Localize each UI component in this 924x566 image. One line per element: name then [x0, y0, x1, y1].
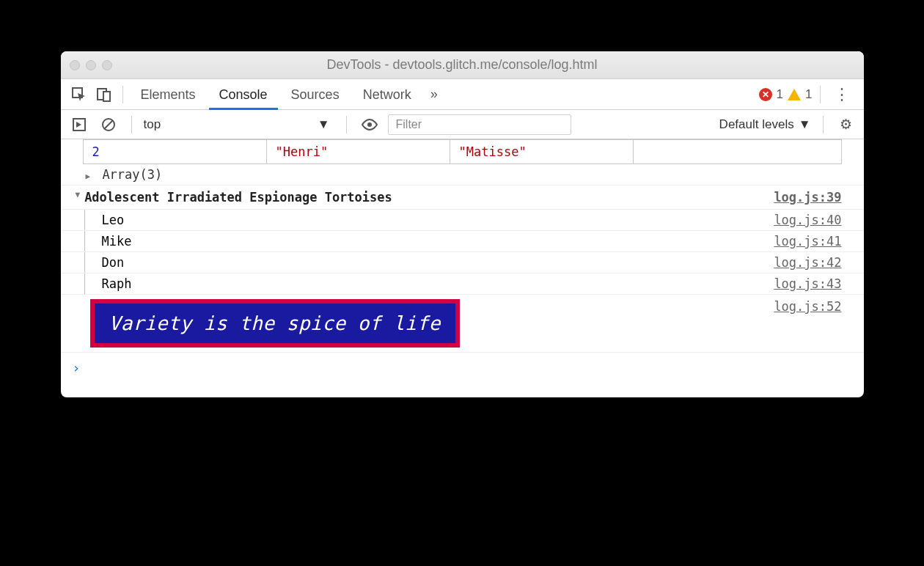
- console-group-item[interactable]: Mike log.js:41: [61, 231, 864, 252]
- group-title: Adolescent Irradiated Espionage Tortoise…: [84, 190, 392, 205]
- group-item-label: Don: [102, 255, 125, 270]
- group-item-label: Raph: [102, 276, 132, 291]
- main-tabs: Elements Console Sources Network » ✕ 1 1…: [61, 79, 864, 110]
- clear-console-icon[interactable]: [98, 114, 120, 136]
- error-warning-badges[interactable]: ✕ 1 1: [759, 87, 813, 102]
- device-toolbar-icon[interactable]: [93, 84, 115, 106]
- titlebar: DevTools - devtools.glitch.me/console/lo…: [61, 51, 864, 79]
- console-table-row[interactable]: 2 "Henri" "Matisse": [83, 139, 842, 164]
- context-selector[interactable]: top ▼: [144, 117, 334, 132]
- source-link[interactable]: log.js:40: [774, 213, 856, 227]
- table-cell-first: "Henri": [267, 140, 450, 163]
- array-label: Array(3): [102, 167, 162, 182]
- tab-console[interactable]: Console: [209, 79, 278, 110]
- source-link[interactable]: log.js:43: [774, 276, 856, 291]
- prompt-chevron-icon: ›: [73, 360, 81, 375]
- console-group-item[interactable]: Raph log.js:43: [61, 273, 864, 295]
- console-prompt[interactable]: ›: [61, 353, 864, 397]
- warning-count: 1: [805, 87, 812, 102]
- group-item-label: Leo: [102, 213, 125, 227]
- close-window-icon[interactable]: [70, 60, 80, 70]
- console-settings-icon[interactable]: ⚙: [835, 116, 857, 133]
- source-link[interactable]: log.js:39: [774, 190, 856, 205]
- divider: [122, 86, 123, 103]
- devtools-window: DevTools - devtools.glitch.me/console/lo…: [61, 51, 864, 397]
- source-link[interactable]: log.js:41: [774, 234, 856, 249]
- array-collapsed[interactable]: Array(3): [61, 164, 864, 185]
- traffic-lights: [70, 60, 112, 70]
- svg-rect-2: [103, 92, 110, 101]
- table-cell-empty: [634, 140, 841, 163]
- kebab-menu-icon[interactable]: ⋮: [828, 85, 857, 104]
- source-link[interactable]: log.js:52: [774, 299, 856, 314]
- chevron-down-icon: ▼: [318, 117, 330, 132]
- table-cell-index: 2: [84, 140, 267, 163]
- warning-icon: [788, 89, 801, 100]
- tab-elements[interactable]: Elements: [131, 79, 206, 110]
- console-group-item[interactable]: Leo log.js:40: [61, 210, 864, 231]
- zoom-window-icon[interactable]: [102, 60, 112, 70]
- live-expression-icon[interactable]: [359, 114, 381, 136]
- inspect-element-icon[interactable]: [68, 84, 90, 106]
- tab-network[interactable]: Network: [353, 79, 422, 110]
- filter-input[interactable]: [388, 114, 571, 135]
- console-toolbar: top ▼ Default levels ▼ ⚙: [61, 110, 864, 139]
- toggle-drawer-icon[interactable]: [68, 114, 90, 136]
- chevron-down-icon: ▼: [799, 117, 811, 132]
- console-group-header[interactable]: Adolescent Irradiated Espionage Tortoise…: [61, 185, 864, 210]
- styled-log-entry[interactable]: Variety is the spice of life log.js:52: [61, 295, 864, 353]
- error-icon: ✕: [759, 88, 772, 101]
- source-link[interactable]: log.js:42: [774, 255, 856, 270]
- log-levels-selector[interactable]: Default levels ▼: [719, 117, 811, 132]
- context-selector-value: top: [144, 117, 161, 132]
- divider: [346, 116, 347, 133]
- table-cell-last: "Matisse": [450, 140, 634, 163]
- minimize-window-icon[interactable]: [86, 60, 96, 70]
- styled-log-text: Variety is the spice of life: [90, 299, 460, 348]
- svg-point-6: [367, 122, 372, 127]
- divider: [131, 116, 132, 133]
- window-title: DevTools - devtools.glitch.me/console/lo…: [61, 57, 864, 73]
- divider: [823, 116, 824, 133]
- error-count: 1: [777, 87, 783, 102]
- divider: [820, 86, 821, 103]
- svg-line-5: [104, 120, 113, 129]
- more-tabs-icon[interactable]: »: [425, 87, 444, 102]
- log-levels-label: Default levels: [719, 117, 794, 132]
- console-group-item[interactable]: Don log.js:42: [61, 252, 864, 273]
- console-output: 2 "Henri" "Matisse" Array(3) Adolescent …: [61, 139, 864, 397]
- tab-sources[interactable]: Sources: [281, 79, 350, 110]
- group-item-label: Mike: [102, 234, 132, 249]
